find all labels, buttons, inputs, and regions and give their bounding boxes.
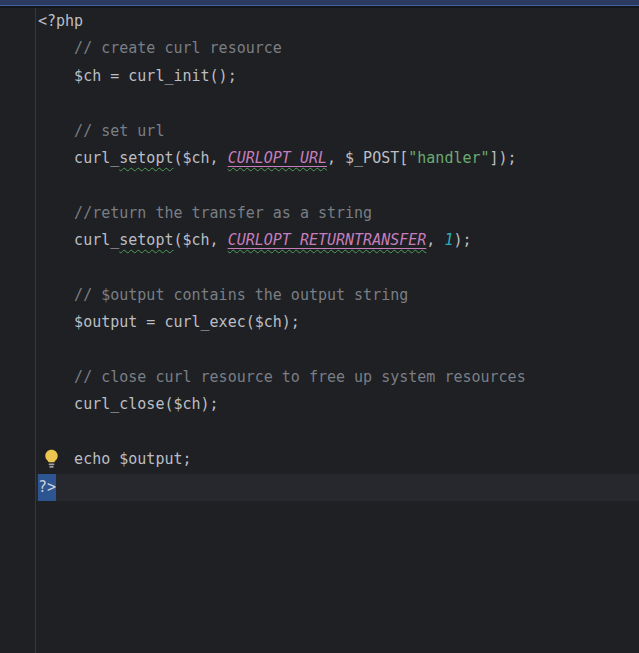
comment: // set url [38, 122, 164, 140]
php-constant: CURLOPT_URL [228, 149, 327, 167]
code-line-13[interactable] [36, 337, 639, 364]
code-line-10[interactable] [36, 255, 639, 282]
code-line-16[interactable] [36, 419, 639, 446]
comment: // $output contains the output string [38, 286, 408, 304]
php-constant: CURLOPT_RETURNTRANSFER [228, 231, 427, 249]
php-close-tag: ?> [38, 474, 56, 501]
code-text: ]); [490, 149, 517, 167]
code-text: curl_close($ch); [38, 395, 219, 413]
code-line-1[interactable]: <?php [36, 8, 639, 35]
string-literal: "handler" [408, 149, 489, 167]
editor-window: <?php // create curl resource $ch = curl… [0, 0, 639, 653]
comment: //return the transfer as a string [38, 204, 372, 222]
code-line-18[interactable]: ?> [36, 474, 639, 501]
code-text: echo $output; [38, 450, 192, 468]
comment: // create curl resource [38, 39, 282, 57]
code-text: ($ch, [173, 231, 227, 249]
code-line-5[interactable]: // set url [36, 118, 639, 145]
typo-word: setopt [119, 149, 173, 167]
code-line-14[interactable]: // close curl resource to free up system… [36, 364, 639, 391]
code-text: $ch = curl_init(); [38, 67, 237, 85]
php-constant-squiggle: CURLOPT_URL [228, 149, 327, 167]
typo-word-squiggle: setopt [119, 231, 173, 249]
intention-bulb-icon[interactable] [44, 449, 59, 470]
code-line-12[interactable]: $output = curl_exec($ch); [36, 309, 639, 336]
code-line-4[interactable] [36, 90, 639, 117]
code-line-11[interactable]: // $output contains the output string [36, 282, 639, 309]
code-line-2[interactable]: // create curl resource [36, 35, 639, 62]
code-text: , $_POST[ [327, 149, 408, 167]
comment: // close curl resource to free up system… [38, 368, 526, 386]
code-text: curl_ [38, 149, 119, 167]
code-line-17[interactable]: echo $output; [36, 446, 639, 473]
code-line-9[interactable]: curl_setopt($ch, CURLOPT_RETURNTRANSFER,… [36, 227, 639, 254]
code-text: ($ch, [173, 149, 227, 167]
code-line-3[interactable]: $ch = curl_init(); [36, 63, 639, 90]
code-lines: <?php // create curl resource $ch = curl… [36, 8, 639, 501]
code-text: ); [453, 231, 471, 249]
code-line-7[interactable] [36, 172, 639, 199]
code-text: , [426, 231, 444, 249]
code-line-15[interactable]: curl_close($ch); [36, 391, 639, 418]
window-top-border [0, 0, 639, 8]
code-line-6[interactable]: curl_setopt($ch, CURLOPT_URL, $_POST["ha… [36, 145, 639, 172]
typo-word: setopt [119, 231, 173, 249]
code-line-8[interactable]: //return the transfer as a string [36, 200, 639, 227]
typo-word-squiggle: setopt [119, 149, 173, 167]
php-constant-squiggle: CURLOPT_RETURNTRANSFER [228, 231, 427, 249]
code-text: $output = curl_exec($ch); [38, 313, 300, 331]
php-open-tag: <?php [38, 12, 83, 30]
code-text: curl_ [38, 231, 119, 249]
code-editor[interactable]: <?php // create curl resource $ch = curl… [0, 8, 639, 653]
